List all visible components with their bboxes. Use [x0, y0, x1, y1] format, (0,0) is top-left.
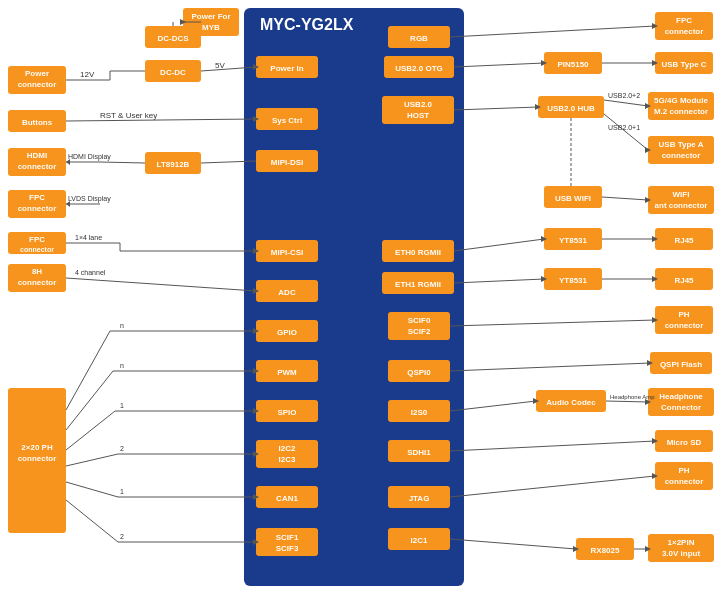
svg-text:LT8912B: LT8912B — [157, 160, 190, 169]
svg-rect-10 — [8, 190, 66, 218]
svg-text:connector: connector — [18, 204, 57, 213]
svg-rect-117 — [655, 430, 713, 452]
svg-text:PWM: PWM — [277, 368, 297, 377]
svg-line-188 — [604, 100, 648, 106]
svg-rect-64 — [382, 272, 454, 294]
svg-text:LVDS Display: LVDS Display — [68, 195, 111, 203]
svg-text:SCIF2: SCIF2 — [408, 327, 431, 336]
svg-line-209 — [450, 401, 536, 411]
svg-rect-5 — [8, 110, 66, 132]
svg-rect-109 — [655, 306, 713, 334]
svg-marker-136 — [180, 19, 186, 25]
svg-rect-81 — [538, 96, 604, 118]
svg-text:12V: 12V — [80, 70, 95, 79]
svg-rect-124 — [648, 534, 714, 562]
svg-text:connector: connector — [665, 321, 704, 330]
svg-marker-219 — [573, 546, 579, 552]
svg-text:2: 2 — [120, 533, 124, 540]
svg-text:connector: connector — [665, 27, 704, 36]
svg-rect-102 — [648, 186, 714, 214]
svg-text:PIN5150: PIN5150 — [557, 60, 589, 69]
svg-line-144 — [201, 161, 256, 163]
svg-text:USB2.0: USB2.0 — [404, 100, 433, 109]
svg-text:2: 2 — [120, 445, 124, 452]
svg-text:I2C2: I2C2 — [279, 444, 296, 453]
svg-text:connector: connector — [665, 477, 704, 486]
svg-text:HOST: HOST — [407, 111, 429, 120]
svg-text:WIFI: WIFI — [673, 190, 690, 199]
svg-text:n: n — [120, 362, 124, 369]
svg-line-142 — [100, 162, 145, 163]
svg-marker-143 — [66, 159, 70, 165]
svg-text:FPC: FPC — [29, 193, 45, 202]
svg-text:USB Type A: USB Type A — [659, 140, 704, 149]
svg-rect-107 — [655, 268, 713, 290]
svg-text:RX8025: RX8025 — [591, 546, 620, 555]
svg-text:Micro SD: Micro SD — [667, 438, 702, 447]
svg-marker-217 — [652, 473, 658, 479]
svg-text:1×2PIN: 1×2PIN — [668, 538, 695, 547]
svg-text:RGB: RGB — [410, 34, 428, 43]
svg-text:FPC: FPC — [29, 235, 45, 244]
svg-rect-62 — [382, 240, 454, 262]
svg-line-216 — [450, 476, 655, 497]
svg-marker-221 — [645, 546, 651, 552]
svg-marker-163 — [253, 368, 259, 374]
svg-marker-155 — [253, 288, 259, 294]
svg-marker-139 — [253, 116, 259, 122]
svg-text:Connector: Connector — [661, 403, 701, 412]
svg-rect-57 — [384, 56, 454, 78]
svg-text:MYB: MYB — [202, 23, 220, 32]
svg-rect-50 — [256, 486, 318, 508]
svg-text:DC-DCS: DC-DCS — [157, 34, 189, 43]
svg-line-182 — [454, 63, 544, 67]
svg-text:Power In: Power In — [270, 64, 303, 73]
svg-text:n: n — [120, 322, 124, 329]
svg-text:MYC-YG2LX: MYC-YG2LX — [260, 16, 354, 33]
svg-text:SPIO: SPIO — [277, 408, 296, 417]
svg-text:MIPI-DSI: MIPI-DSI — [271, 158, 303, 167]
svg-rect-96 — [648, 92, 714, 120]
svg-marker-213 — [645, 399, 651, 405]
svg-text:USB Type C: USB Type C — [661, 60, 706, 69]
svg-marker-190 — [645, 103, 651, 109]
svg-marker-167 — [253, 408, 259, 414]
svg-text:I2C1: I2C1 — [411, 536, 428, 545]
svg-text:CAN1: CAN1 — [276, 494, 298, 503]
svg-text:HDMI: HDMI — [27, 151, 47, 160]
svg-line-218 — [450, 539, 576, 549]
svg-rect-39 — [256, 280, 318, 302]
svg-line-131 — [201, 67, 256, 71]
svg-text:RJ45: RJ45 — [674, 276, 694, 285]
svg-text:Audio Codec: Audio Codec — [546, 398, 596, 407]
svg-text:SCIF0: SCIF0 — [408, 316, 431, 325]
svg-text:ETH1 RGMII: ETH1 RGMII — [395, 280, 441, 289]
svg-text:YT8531: YT8531 — [559, 236, 588, 245]
svg-text:USB WIFI: USB WIFI — [555, 194, 591, 203]
svg-line-137 — [66, 119, 256, 121]
svg-rect-47 — [256, 440, 318, 468]
svg-rect-41 — [256, 320, 318, 342]
svg-marker-215 — [652, 438, 658, 444]
svg-text:1×4 lane: 1×4 lane — [75, 234, 102, 241]
svg-text:Headphone Amp: Headphone Amp — [610, 394, 655, 400]
svg-rect-87 — [544, 268, 602, 290]
svg-line-164 — [66, 411, 115, 450]
svg-text:YT8531: YT8531 — [559, 276, 588, 285]
svg-text:FPC: FPC — [676, 16, 692, 25]
svg-text:PH: PH — [678, 310, 689, 319]
svg-line-172 — [66, 482, 118, 497]
svg-rect-33 — [256, 108, 318, 130]
svg-line-186 — [454, 107, 538, 110]
svg-text:1: 1 — [120, 402, 124, 409]
svg-line-153 — [66, 278, 256, 291]
svg-text:RST & User key: RST & User key — [100, 111, 157, 120]
svg-marker-208 — [647, 360, 653, 366]
svg-marker-203 — [652, 276, 658, 282]
svg-text:Buttons: Buttons — [22, 118, 53, 127]
svg-rect-25 — [145, 26, 201, 48]
svg-text:4 channel: 4 channel — [75, 269, 106, 276]
svg-rect-114 — [648, 388, 714, 416]
svg-text:SCIF1: SCIF1 — [276, 533, 299, 542]
svg-marker-152 — [253, 248, 259, 254]
